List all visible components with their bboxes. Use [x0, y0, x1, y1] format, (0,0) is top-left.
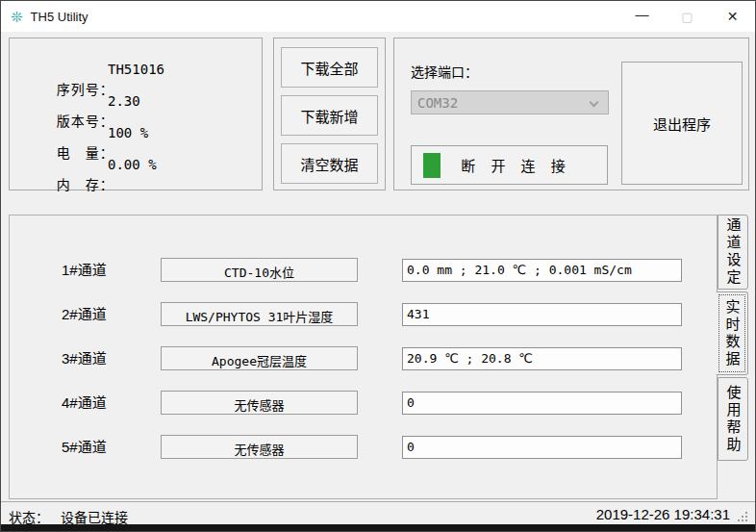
port-select-combobox[interactable]: COM32	[411, 90, 609, 114]
minimize-icon: —	[636, 7, 649, 22]
channel-row-2: 2#通道 LWS/PHYTOS 31叶片湿度 431	[10, 302, 718, 327]
app-icon: ❊	[11, 10, 23, 24]
exit-program-button[interactable]: 退出程序	[621, 62, 743, 185]
tab-help[interactable]: 使用帮助	[718, 377, 748, 461]
clear-data-button[interactable]: 清空数据	[281, 143, 378, 184]
channel-data-panel: 1#通道 CTD-10水位 0.0 mm ; 21.0 ℃ ; 0.001 mS…	[9, 215, 718, 499]
app-window: ❊ TH5 Utility — ▢ ✕ 序列号： TH51016 版本号： 2.…	[0, 0, 756, 532]
serial-number-row: 序列号： TH51016	[31, 62, 114, 79]
title-bar: ❊ TH5 Utility — ▢ ✕	[1, 1, 755, 32]
channel-3-sensor-value: Apogee冠层温度	[162, 347, 357, 369]
window-controls: — ▢ ✕	[619, 1, 755, 32]
resize-grip[interactable]	[738, 510, 749, 521]
channel-2-reading-field[interactable]: 431	[402, 303, 682, 326]
maximize-button[interactable]: ▢	[665, 1, 710, 32]
battery-row: 电 量： 100 %	[31, 125, 114, 142]
port-select-label: 选择端口：	[411, 62, 478, 81]
serial-number-value: TH51016	[108, 62, 164, 77]
minimize-button[interactable]: —	[619, 1, 665, 32]
tab-channel-settings[interactable]: 通道设定	[718, 215, 748, 290]
channel-1-sensor-combobox[interactable]: CTD-10水位	[161, 258, 358, 282]
channel-5-sensor-combobox[interactable]: 无传感器	[161, 435, 358, 459]
memory-label: 内 存：	[57, 177, 114, 192]
close-button[interactable]: ✕	[710, 1, 755, 32]
port-selected-value: COM32	[412, 91, 608, 111]
disconnect-button-label: 断 开 连 接	[461, 155, 571, 175]
channel-4-sensor-value: 无传感器	[162, 392, 357, 414]
channel-row-3: 3#通道 Apogee冠层温度 20.9 ℃ ; 20.8 ℃	[10, 346, 718, 371]
channel-2-sensor-value: LWS/PHYTOS 31叶片湿度	[162, 303, 357, 325]
tab-realtime-data-label: 实时数据	[717, 292, 747, 374]
device-info-panel: 序列号： TH51016 版本号： 2.30 电 量： 100 % 内 存： 0…	[9, 38, 263, 190]
channel-3-reading-field[interactable]: 20.9 ℃ ; 20.8 ℃	[402, 347, 682, 370]
timestamp: 2019-12-26 19:34:31	[596, 506, 730, 522]
channel-2-label: 2#通道	[62, 302, 107, 326]
version-value: 2.30	[108, 93, 140, 109]
channel-4-label: 4#通道	[62, 391, 107, 415]
status-value: 设备已连接	[61, 507, 128, 526]
window-title: TH5 Utility	[31, 10, 88, 24]
channel-row-4: 4#通道 无传感器 0	[10, 391, 718, 416]
channel-5-sensor-value: 无传感器	[162, 436, 357, 458]
maximize-icon: ▢	[681, 10, 693, 24]
disconnect-button[interactable]: 断 开 连 接	[411, 145, 608, 185]
channel-1-reading-field[interactable]: 0.0 mm ; 21.0 ℃ ; 0.001 mS/cm	[402, 259, 682, 282]
status-label: 状态：	[9, 507, 49, 526]
channel-1-label: 1#通道	[62, 258, 107, 282]
channel-5-label: 5#通道	[62, 435, 107, 459]
data-actions-panel: 下载全部 下载新增 清空数据	[273, 38, 386, 190]
connection-panel: 选择端口： COM32 断 开 连 接 退出程序	[393, 38, 749, 190]
close-icon: ✕	[727, 9, 739, 24]
channel-row-5: 5#通道 无传感器 0	[10, 435, 718, 460]
tab-help-label: 使用帮助	[718, 378, 747, 460]
status-bar: 状态： 设备已连接 2019-12-26 19:34:31	[1, 501, 755, 526]
channel-4-reading-field[interactable]: 0	[402, 392, 682, 415]
channel-row-1: 1#通道 CTD-10水位 0.0 mm ; 21.0 ℃ ; 0.001 mS…	[10, 258, 718, 283]
connection-indicator-icon	[423, 153, 441, 178]
memory-value: 0.00 %	[108, 157, 157, 172]
battery-value: 100 %	[108, 125, 148, 140]
channel-4-sensor-combobox[interactable]: 无传感器	[161, 391, 358, 415]
download-new-button[interactable]: 下载新增	[281, 95, 378, 136]
memory-row: 内 存： 0.00 %	[31, 157, 114, 174]
tab-channel-settings-label: 通道设定	[718, 215, 747, 289]
version-row: 版本号： 2.30	[31, 93, 114, 111]
tab-realtime-data[interactable]: 实时数据	[716, 291, 748, 375]
channel-1-sensor-value: CTD-10水位	[162, 259, 357, 281]
channel-5-reading-field[interactable]: 0	[402, 436, 682, 459]
download-all-button[interactable]: 下载全部	[281, 47, 378, 88]
channel-2-sensor-combobox[interactable]: LWS/PHYTOS 31叶片湿度	[161, 302, 358, 326]
channel-3-sensor-combobox[interactable]: Apogee冠层温度	[161, 346, 358, 370]
channel-3-label: 3#通道	[62, 346, 107, 370]
window-bottom-edge	[1, 524, 755, 531]
